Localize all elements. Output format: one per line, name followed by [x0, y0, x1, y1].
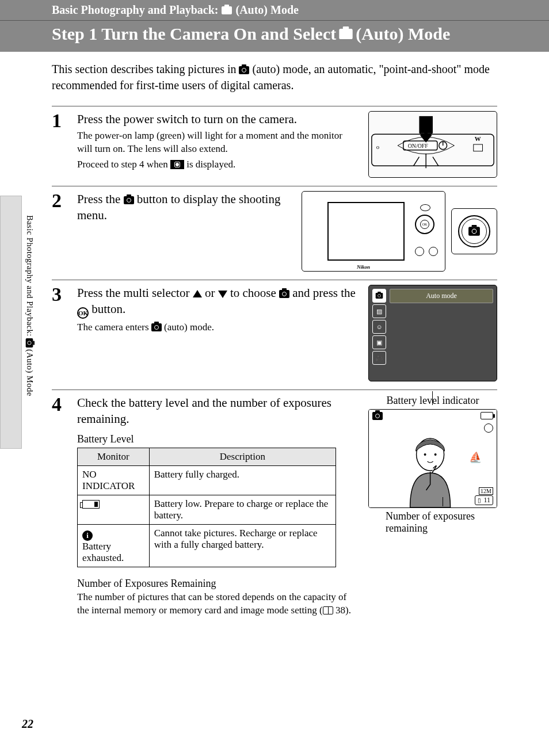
step1-desc2-pre: Proceed to step 4 when	[77, 159, 170, 170]
step-number: 1	[52, 111, 67, 178]
cell-no-indicator: NO INDICATOR	[78, 465, 150, 495]
cell-battery-exhausted: i Battery exhausted.	[78, 524, 150, 567]
exposures-remaining-label-2: remaining	[368, 522, 428, 534]
svg-point-15	[434, 453, 437, 456]
cell-desc: Battery low. Prepare to charge or replac…	[149, 495, 336, 524]
camera-icon	[222, 6, 232, 14]
step-1: 1 Press the power switch to turn on the …	[52, 111, 497, 178]
cell-battery-low-icon	[78, 495, 150, 524]
step3-desc: The camera enters (auto) mode.	[77, 321, 356, 334]
step2-head-pre: Press the	[77, 192, 124, 206]
breadcrumb-pre: Basic Photography and Playback:	[52, 3, 218, 17]
step4-right-column: Battery level indicator	[368, 395, 497, 534]
page-title: Step 1 Turn the Camera On and Select (Au…	[0, 21, 549, 52]
intro-pre: This section describes taking pictures i…	[52, 63, 239, 75]
exposures-remaining-label-1: Number of exposures	[368, 510, 475, 522]
mode-button-detail	[451, 208, 497, 254]
pointer-line	[432, 391, 433, 405]
step4-heading: Check the battery level and the number o…	[77, 395, 356, 427]
side-thumb-tab	[0, 196, 22, 449]
battery-indicator-icon	[481, 412, 493, 419]
t: button.	[89, 302, 125, 316]
menu-item-antishake: ▣	[372, 335, 386, 349]
t: exhausted.	[82, 552, 124, 563]
breadcrumb-post: (Auto) Mode	[235, 3, 298, 17]
svg-text:W: W	[475, 135, 481, 142]
t: and press the	[289, 286, 356, 300]
button-icon	[415, 247, 424, 256]
illustration-camera-back	[302, 191, 497, 272]
exposures-heading: Number of Exposures Remaining	[77, 578, 356, 590]
cell-desc: Battery fully charged.	[149, 465, 336, 495]
svg-rect-6	[419, 116, 433, 133]
table-row: NO INDICATOR Battery fully charged.	[78, 465, 336, 495]
cell-desc: Cannot take pictures. Recharge or replac…	[149, 524, 336, 567]
step-4: 4 Check the battery level and the number…	[52, 395, 497, 620]
step1-desc2: Proceed to step 4 when is displayed.	[77, 158, 356, 171]
t: or	[202, 286, 218, 300]
svg-text:ON/OFF: ON/OFF	[408, 143, 428, 149]
exposure-count-badge: ▯ 11	[475, 495, 493, 505]
step-3: 3 Press the multi selector or to choose …	[52, 285, 497, 381]
table-row: Battery low. Prepare to charge or replac…	[78, 495, 336, 524]
t: (auto) mode.	[162, 322, 214, 333]
multi-selector-icon	[415, 215, 434, 234]
step1-desc1: The power-on lamp (green) will light for…	[77, 129, 356, 156]
sailboat-icon: ⛵	[469, 451, 482, 464]
menu-selected-label: Auto mode	[390, 289, 493, 303]
camera-icon	[151, 323, 162, 331]
svg-point-14	[424, 453, 426, 456]
side-label-pre: Basic Photography and Playback:	[25, 215, 35, 337]
step1-heading: Press the power switch to turn on the ca…	[77, 111, 356, 127]
battery-level-table: Monitor Description NO INDICATOR Battery…	[77, 448, 336, 567]
divider	[52, 390, 497, 390]
step-number: 3	[52, 285, 67, 381]
table-row: i Battery exhausted. Cannot take picture…	[78, 524, 336, 567]
t: to choose	[227, 286, 279, 300]
camera-back-panel	[302, 191, 445, 272]
breadcrumb: Basic Photography and Playback: (Auto) M…	[0, 0, 549, 21]
step1-desc2-post: is displayed.	[184, 159, 235, 170]
camera-icon	[239, 66, 249, 74]
manual-page-icon	[323, 606, 333, 614]
page-number: 22	[22, 717, 33, 731]
t: 38).	[333, 605, 351, 616]
intro-text: This section describes taking pictures i…	[52, 61, 497, 93]
battery-level-heading: Battery Level	[77, 433, 356, 445]
step-2: 2 Press the button to display the shooti…	[52, 191, 497, 272]
t: The camera enters	[77, 322, 151, 333]
warning-icon: i	[82, 530, 93, 541]
step2-heading: Press the button to display the shooting…	[77, 191, 289, 224]
svg-line-8	[414, 157, 420, 166]
battery-indicator-label: Battery level indicator	[387, 395, 479, 407]
globe-icon	[484, 423, 493, 433]
step-number: 2	[52, 191, 67, 272]
menu-item-scene: ▨	[372, 304, 386, 318]
title-pre: Step 1 Turn the Camera On and Select	[52, 24, 336, 44]
memory-card-icon: ▯	[478, 497, 481, 503]
t: The number of pictures that can be store…	[77, 591, 346, 616]
camera-box-icon	[170, 160, 184, 169]
step-number: 4	[52, 395, 67, 620]
up-arrow-icon	[193, 290, 202, 297]
camera-icon	[124, 196, 134, 204]
menu-icon-column: ▨ ☺ ▣ 🎥	[372, 289, 386, 377]
illustration-monitor-preview: ⛵ 12M ▯ 11	[368, 409, 497, 508]
person-illustration	[399, 433, 462, 507]
side-label: Basic Photography and Playback: (Auto) M…	[24, 215, 35, 396]
pointer-line	[443, 497, 444, 506]
down-arrow-icon	[218, 291, 227, 298]
camera-icon	[372, 412, 383, 420]
divider	[52, 280, 497, 280]
battery-low-icon	[82, 500, 100, 509]
svg-text:o: o	[376, 143, 379, 150]
menu-item-smile: ☺	[372, 320, 386, 334]
camera-icon	[26, 338, 33, 348]
svg-rect-11	[474, 144, 483, 151]
svg-line-9	[433, 157, 439, 166]
camera-icon	[279, 290, 289, 298]
divider	[52, 186, 497, 186]
illustration-shooting-menu: ▨ ☺ ▣ 🎥 Auto mode	[368, 285, 497, 381]
t: Battery	[82, 541, 111, 552]
exposures-text: The number of pictures that can be store…	[77, 591, 356, 617]
